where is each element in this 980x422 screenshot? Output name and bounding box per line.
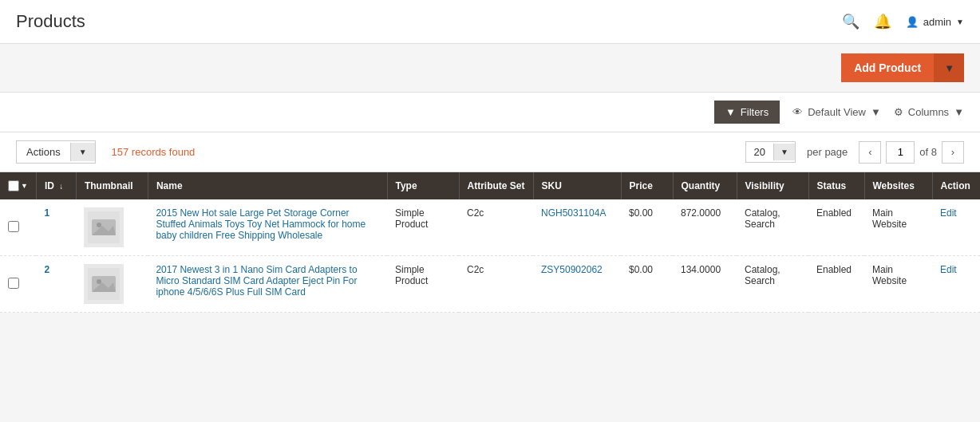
- top-bar: Products 🔍 🔔 👤 admin ▼: [0, 0, 980, 44]
- th-id[interactable]: ID ↓: [36, 172, 76, 199]
- gear-icon: ⚙: [894, 106, 903, 118]
- th-quantity[interactable]: Quantity: [673, 172, 737, 199]
- edit-link[interactable]: Edit: [940, 264, 957, 275]
- top-actions: 🔍 🔔 👤 admin ▼: [842, 13, 964, 30]
- username-label: admin: [923, 16, 951, 28]
- row-id-link[interactable]: 1: [44, 207, 49, 219]
- filters-button[interactable]: ▼ Filters: [714, 101, 780, 124]
- th-websites[interactable]: Websites: [864, 172, 932, 199]
- filter-icon: ▼: [725, 106, 736, 118]
- columns-select[interactable]: ⚙ Columns ▼: [894, 106, 964, 118]
- th-attribute-set-label: Attribute Set: [468, 180, 525, 191]
- search-icon[interactable]: 🔍: [842, 13, 859, 30]
- row-sku: ZSY50902062: [533, 256, 621, 313]
- th-websites-label: Websites: [873, 180, 915, 191]
- filters-label: Filters: [741, 106, 769, 118]
- row-name: 2015 New Hot sale Large Pet Storage Corn…: [148, 199, 387, 256]
- user-menu[interactable]: 👤 admin ▼: [906, 16, 964, 28]
- th-status-label: Status: [817, 180, 847, 191]
- user-icon: 👤: [906, 16, 919, 28]
- row-price: $0.00: [621, 199, 673, 256]
- row-type: Simple Product: [387, 256, 459, 313]
- product-name-link[interactable]: 2017 Newest 3 in 1 Nano Sim Card Adapter…: [156, 264, 357, 298]
- row-id: 2: [36, 256, 76, 313]
- th-visibility[interactable]: Visibility: [737, 172, 808, 199]
- select-all-checkbox[interactable]: [8, 180, 19, 191]
- row-sku: NGH5031104A: [533, 199, 621, 256]
- svg-point-2: [97, 223, 101, 227]
- th-price[interactable]: Price: [621, 172, 673, 199]
- filter-bar: ▼ Filters 👁 Default View ▼ ⚙ Columns ▼: [0, 93, 980, 132]
- page-number-input[interactable]: [886, 141, 915, 164]
- row-quantity: 134.0000: [673, 256, 737, 313]
- product-name-link[interactable]: 2015 New Hot sale Large Pet Storage Corn…: [156, 207, 366, 241]
- th-action-label: Action: [941, 180, 970, 191]
- row-checkbox-cell: [0, 199, 36, 256]
- thumbnail-image: [84, 207, 124, 247]
- actions-bar: Actions ▼ 157 records found 20 ▼ per pag…: [0, 132, 980, 172]
- th-type[interactable]: Type: [387, 172, 459, 199]
- th-sku[interactable]: SKU: [533, 172, 621, 199]
- th-id-label: ID: [45, 180, 54, 191]
- bell-icon[interactable]: 🔔: [874, 13, 891, 30]
- th-type-label: Type: [396, 180, 417, 191]
- products-table-container: ▼ ID ↓ Thumbnail Name Type Attribute Se: [0, 172, 980, 313]
- view-label: Default View: [808, 106, 866, 118]
- default-view-select[interactable]: 👁 Default View ▼: [792, 106, 881, 118]
- actions-label: Actions: [17, 141, 70, 163]
- row-name: 2017 Newest 3 in 1 Nano Sim Card Adapter…: [148, 256, 387, 313]
- toolbar: Add Product ▼: [0, 44, 980, 93]
- total-pages-label: of 8: [919, 146, 937, 158]
- row-status: Enabled: [808, 256, 864, 313]
- add-product-button[interactable]: Add Product: [841, 53, 934, 82]
- per-page-select[interactable]: 20 ▼: [745, 141, 796, 163]
- th-attribute-set[interactable]: Attribute Set: [459, 172, 533, 199]
- th-name[interactable]: Name: [148, 172, 387, 199]
- th-status[interactable]: Status: [808, 172, 864, 199]
- page-title: Products: [16, 11, 85, 32]
- row-attribute-set: C2c: [459, 256, 533, 313]
- row-status: Enabled: [808, 199, 864, 256]
- header-caret-icon[interactable]: ▼: [21, 182, 28, 190]
- actions-dropdown[interactable]: Actions ▼: [16, 140, 96, 164]
- add-product-split-button[interactable]: ▼: [934, 53, 964, 82]
- next-icon: ›: [951, 146, 954, 158]
- th-price-label: Price: [630, 180, 653, 191]
- row-price: $0.00: [621, 256, 673, 313]
- table-body: 1 2015 New Hot sale Large Pet Storage Co…: [0, 199, 980, 313]
- row-id: 1: [36, 199, 76, 256]
- edit-link[interactable]: Edit: [940, 207, 957, 219]
- user-caret-icon: ▼: [956, 18, 964, 26]
- row-id-link[interactable]: 2: [44, 264, 49, 275]
- per-page-value: 20: [746, 142, 773, 162]
- row-websites: Main Website: [864, 199, 932, 256]
- row-websites: Main Website: [864, 256, 932, 313]
- th-quantity-label: Quantity: [682, 180, 721, 191]
- eye-icon: 👁: [792, 106, 803, 118]
- pagination: 20 ▼ per page ‹ of 8 ›: [745, 141, 964, 164]
- view-caret-icon: ▼: [871, 106, 881, 118]
- row-checkbox[interactable]: [8, 278, 19, 289]
- svg-point-6: [97, 279, 101, 284]
- row-action: Edit: [932, 256, 980, 313]
- per-page-label: per page: [807, 146, 848, 158]
- next-page-button[interactable]: ›: [942, 141, 964, 164]
- row-visibility: Catalog, Search: [737, 199, 808, 256]
- sku-link[interactable]: ZSY50902062: [541, 264, 603, 275]
- products-table: ▼ ID ↓ Thumbnail Name Type Attribute Se: [0, 172, 980, 313]
- row-attribute-set: C2c: [459, 199, 533, 256]
- th-visibility-label: Visibility: [745, 180, 784, 191]
- sku-link[interactable]: NGH5031104A: [541, 207, 606, 219]
- row-thumbnail: [76, 256, 148, 313]
- columns-caret-icon: ▼: [954, 106, 964, 118]
- th-thumbnail-label: Thumbnail: [85, 180, 133, 191]
- th-action: Action: [932, 172, 980, 199]
- add-product-button-group: Add Product ▼: [841, 53, 964, 82]
- prev-page-button[interactable]: ‹: [859, 141, 881, 164]
- prev-icon: ‹: [868, 146, 871, 158]
- row-checkbox[interactable]: [8, 221, 19, 232]
- th-thumbnail: Thumbnail: [76, 172, 148, 199]
- table-row: 1 2015 New Hot sale Large Pet Storage Co…: [0, 199, 980, 256]
- row-thumbnail: [76, 199, 148, 256]
- columns-label: Columns: [908, 106, 949, 118]
